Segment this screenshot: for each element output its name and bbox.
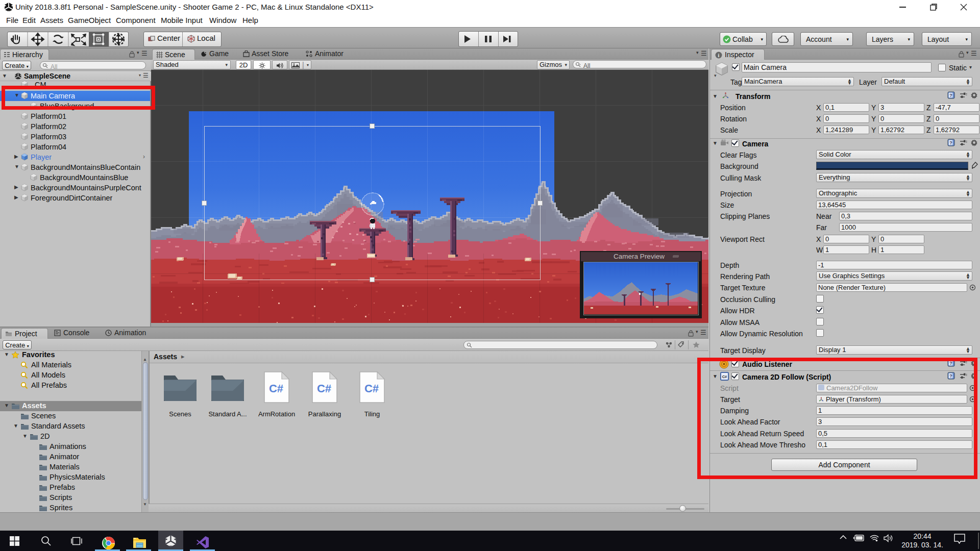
svg-text:C#: C# bbox=[317, 382, 331, 395]
svg-text:Camera Preview: Camera Preview bbox=[614, 253, 665, 260]
svg-text:C#: C# bbox=[364, 382, 379, 395]
svg-text:?: ? bbox=[949, 93, 952, 98]
svg-text:C#: C# bbox=[269, 382, 283, 395]
svg-text:?: ? bbox=[949, 140, 952, 145]
svg-text:i: i bbox=[718, 52, 720, 58]
